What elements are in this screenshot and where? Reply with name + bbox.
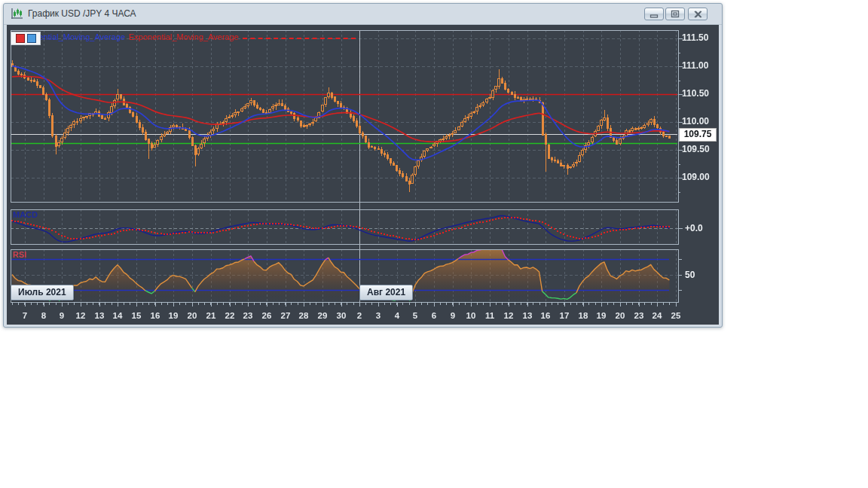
indicator-legend: Exponential_Moving_Average Exponential_M… [15, 32, 356, 41]
x-axis-label: 22 [221, 311, 239, 320]
x-axis-label: 19 [592, 311, 610, 320]
price-tick-label: 110.00 [682, 116, 718, 127]
x-axis-label: 23 [239, 311, 257, 320]
price-tick-label: 109.00 [682, 172, 718, 182]
month-label-august: Авг 2021 [359, 285, 413, 300]
legend-color-box [11, 32, 41, 45]
macd-panel-label: MACD [13, 210, 38, 219]
x-axis-label: 15 [127, 311, 145, 320]
price-tick-label: 111.50 [682, 32, 718, 43]
x-axis-label: 3 [369, 311, 387, 320]
x-axis-label: 24 [648, 311, 666, 320]
x-axis-label: 28 [295, 311, 313, 320]
window-title: График USD /JPY 4 ЧАСА [28, 4, 136, 24]
x-axis-label: 26 [258, 311, 276, 320]
x-axis-label: 19 [164, 311, 182, 320]
month-label-july: Июль 2021 [11, 285, 74, 300]
x-axis-label: 20 [183, 311, 201, 320]
x-axis-label: 7 [16, 311, 34, 320]
x-axis-label: 16 [536, 311, 555, 320]
current-price-box: 109.75 [679, 128, 717, 142]
restore-down-button[interactable] [665, 8, 685, 20]
price-tick-label: 110.50 [682, 88, 718, 99]
x-axis-label: 29 [313, 311, 332, 320]
legend-red-swatch [16, 34, 25, 43]
x-axis-label: 21 [202, 311, 220, 320]
minimize-button[interactable] [644, 8, 664, 20]
legend-blue-swatch [27, 34, 36, 43]
x-axis-label: 27 [277, 311, 295, 320]
x-axis-label: 16 [146, 311, 164, 320]
x-axis-label: 18 [574, 311, 592, 320]
chart-window: График USD /JPY 4 ЧАСА [3, 3, 723, 328]
price-tick-label: 111.00 [682, 60, 718, 71]
x-axis-label: 2 [350, 311, 368, 320]
x-axis-label: 5 [406, 311, 424, 320]
x-axis-label: 9 [444, 311, 462, 320]
x-axis-label: 13 [518, 311, 536, 320]
close-button[interactable] [688, 8, 708, 20]
x-axis-label: 14 [108, 311, 127, 320]
x-axis-label: 23 [630, 311, 648, 320]
x-axis-label: 20 [611, 311, 629, 320]
ema-slow-legend-label: Exponential_Moving_Average [129, 32, 239, 41]
x-axis-label: 30 [332, 311, 350, 320]
x-axis-label: 4 [388, 311, 406, 320]
x-axis-label: 17 [555, 311, 573, 320]
x-axis-label: 25 [667, 311, 685, 320]
chart-canvas[interactable] [7, 25, 719, 325]
price-tick-label: 109.50 [682, 144, 718, 154]
macd-zero-label: +0.0 [685, 223, 703, 233]
x-axis-label: 9 [53, 311, 71, 320]
x-axis-label: 10 [462, 311, 480, 320]
x-axis-label: 12 [72, 311, 90, 320]
rsi-mid-label: 50 [685, 270, 695, 280]
rsi-panel-label: RSI [13, 250, 26, 259]
close-icon [693, 11, 702, 18]
x-axis-label: 8 [35, 311, 53, 320]
chart-client-area [7, 25, 719, 325]
window-title-bar[interactable]: График USD /JPY 4 ЧАСА [4, 4, 722, 25]
x-axis-label: 13 [90, 311, 108, 320]
x-axis-label: 11 [481, 311, 499, 320]
restore-down-icon [671, 10, 680, 18]
x-axis-label: 6 [425, 311, 443, 320]
x-axis-label: 12 [500, 311, 518, 320]
desktop-background: График USD /JPY 4 ЧАСА [0, 0, 868, 488]
legend-dash-line [243, 38, 356, 39]
candlestick-chart-icon [11, 8, 23, 20]
minimize-icon [649, 11, 659, 18]
